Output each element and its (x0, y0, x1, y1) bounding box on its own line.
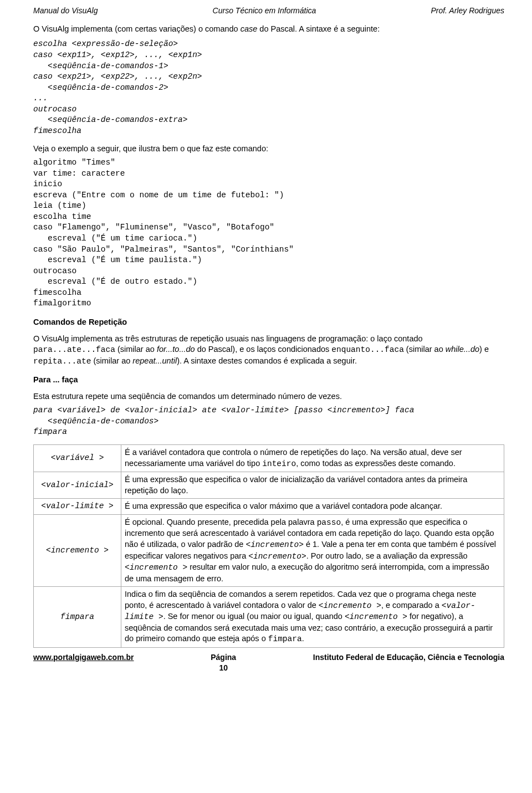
text: (similar ao (115, 345, 157, 354)
text: . Por outro lado, se a avaliação da expr… (306, 551, 468, 560)
text: É opcional. Quando presente, precedida p… (125, 518, 317, 526)
def-cell: É a variável contadora que controla o nú… (121, 445, 504, 472)
term-cell: <valor-inicial> (34, 472, 121, 499)
table-row: <valor-inicial> É uma expressão que espe… (34, 472, 504, 499)
def-cell: Indica o fim da seqüência de comandos a … (121, 587, 504, 648)
header-center: Curso Técnico em Informática (213, 6, 316, 16)
header-right: Prof. Arley Rodrigues (431, 6, 504, 16)
code-inline: <incremento > (319, 601, 381, 610)
document-page: Manual do VisuAlg Curso Técnico em Infor… (0, 0, 532, 679)
table-row: <variável > É a variável contadora que c… (34, 445, 504, 472)
text: . Se for menor ou igual (ou maior ou igu… (163, 612, 345, 621)
text: O VisuAlg implementa as três estruturas … (33, 334, 423, 343)
text: Página (211, 653, 236, 662)
para-faca-description: Esta estrutura repete uma seqüência de c… (33, 391, 504, 402)
code-inline: repita...ate (33, 357, 91, 366)
text: O VisuAlg implementa (com certas variaçõ… (33, 24, 241, 33)
code-inline: enquanto...faca (331, 345, 404, 354)
italic-keyword: repeat...until (132, 356, 177, 365)
table-row: <valor-limite > É uma expressão que espe… (34, 499, 504, 515)
section-heading-para-faca: Para ... faça (33, 375, 504, 386)
intro-paragraph-1: O VisuAlg implementa (com certas variaçõ… (33, 24, 504, 35)
term-cell: <valor-limite > (34, 499, 121, 515)
footer-institution: Instituto Federal de Educação, Ciência e… (313, 652, 504, 663)
footer-url: www.portalgigaweb.com.br (33, 652, 134, 663)
def-cell: É opcional. Quando presente, precedida p… (121, 514, 504, 586)
def-cell: É uma expressão que especifica o valor m… (121, 499, 504, 515)
text: do Pascal. A sintaxe é a seguinte: (257, 24, 380, 33)
text: , e comparado a (381, 601, 442, 610)
italic-keyword: while...do (446, 345, 479, 354)
section-heading-repeticao: Comandos de Repetição (33, 317, 504, 328)
code-inline: passo (317, 518, 341, 527)
text: ). A sintaxe destes comandos é explicada… (177, 356, 357, 365)
code-inline: <incremento > (345, 612, 407, 621)
text: ) e (479, 345, 489, 354)
term-cell: fimpara (34, 587, 121, 648)
text: (similar ao (91, 356, 132, 365)
intro-paragraph-2: Veja o exemplo a seguir, que ilustra bem… (33, 144, 504, 155)
italic-keyword: for...to...do (157, 345, 195, 354)
term-cell: <incremento > (34, 514, 121, 586)
code-inline: <incremento> (248, 552, 306, 561)
code-inline: <incremento > (125, 563, 187, 572)
text: do Pascal), e os laços condicionados (195, 345, 332, 354)
definition-table: <variável > É a variável contadora que c… (33, 444, 504, 648)
def-cell: É uma expressão que especifica o valor d… (121, 472, 504, 499)
term-cell: <variável > (34, 445, 121, 472)
code-inline: para...ate...faca (33, 345, 115, 354)
header-left: Manual do VisuAlg (33, 6, 98, 16)
example-block-times: algoritmo "Times" var time: caractere in… (33, 157, 504, 309)
code-inline: fimpara (268, 635, 302, 643)
text: , como todas as expressões deste comando… (296, 459, 456, 468)
repetition-description: O VisuAlg implementa as três estruturas … (33, 334, 504, 367)
code-inline: inteiro (262, 459, 296, 468)
code-inline: <incremento> (245, 540, 303, 549)
italic-keyword: case (241, 24, 258, 33)
page-footer: www.portalgigaweb.com.br Página 10 Insti… (33, 652, 504, 673)
syntax-block-para: para <variável> de <valor-inicial> ate <… (33, 405, 504, 438)
table-row: fimpara Indica o fim da seqüência de com… (34, 587, 504, 648)
table-row: <incremento > É opcional. Quando present… (34, 514, 504, 586)
page-header: Manual do VisuAlg Curso Técnico em Infor… (33, 6, 504, 16)
syntax-block-escolha: escolha <expressão-de-seleção> caso <exp… (33, 39, 504, 136)
footer-page: Página 10 (211, 652, 236, 673)
text: . (302, 634, 304, 643)
page-number: 10 (219, 663, 228, 672)
text: (similar ao (404, 345, 446, 354)
